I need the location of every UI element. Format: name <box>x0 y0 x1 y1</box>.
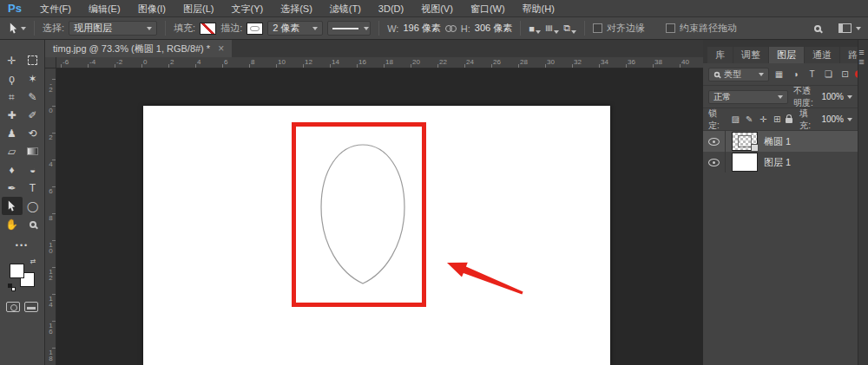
chevron-down-icon[interactable] <box>847 95 852 99</box>
blur-tool[interactable]: ♦ <box>2 160 23 179</box>
stroke-swatch[interactable] <box>247 23 263 35</box>
gradient-tool[interactable] <box>23 142 43 160</box>
move-tool[interactable]: ✛ <box>2 51 23 69</box>
menu-item[interactable]: 编辑(E) <box>80 0 129 17</box>
lock-all-icon[interactable] <box>786 118 792 123</box>
chevron-down-icon <box>759 73 764 76</box>
layer-name[interactable]: 图层 1 <box>764 156 791 169</box>
menu-item[interactable]: 文字(Y) <box>222 0 272 17</box>
menu-item[interactable]: 文件(F) <box>31 0 80 17</box>
lock-image-icon[interactable]: ✎ <box>744 114 754 124</box>
layer-thumbnail[interactable] <box>732 153 758 172</box>
current-tool-icon[interactable] <box>9 23 26 35</box>
eraser-tool[interactable]: ▱ <box>2 142 23 160</box>
fill-value[interactable]: 100% <box>821 114 844 124</box>
ruler-left[interactable]: -2024681012141618 <box>45 68 56 365</box>
panel-tab[interactable]: 调整 <box>733 47 768 63</box>
layer-row-ellipse-1[interactable]: 椭圆 1 <box>703 131 858 152</box>
visibility-cell[interactable] <box>703 131 726 152</box>
edit-toolbar-button[interactable]: ••• <box>0 241 44 250</box>
visibility-cell[interactable] <box>703 152 726 173</box>
panel-menu-icon[interactable]: ≡≡ <box>856 48 867 67</box>
history-brush-tool[interactable]: ⟲ <box>23 124 43 142</box>
filter-smart-objects-icon[interactable]: ⊡ <box>838 69 852 79</box>
tool-grid: ✛ϙ✶⌗✎✚✐♟⟲▱♦◒✒T◯✋ <box>0 40 44 233</box>
constrain-path-dragging-checkbox[interactable] <box>666 23 675 33</box>
pen-tool[interactable]: ✒ <box>2 179 23 197</box>
canvas[interactable] <box>143 106 610 365</box>
pasteboard[interactable] <box>56 68 703 365</box>
lock-artboard-icon[interactable]: ⊞ <box>772 114 782 124</box>
ruler-tick <box>303 64 304 68</box>
default-colors-icon[interactable] <box>8 284 16 291</box>
opacity-value[interactable]: 100% <box>821 92 844 101</box>
ruler-number: 8 <box>251 58 254 66</box>
blend-mode-dropdown[interactable]: 正常 <box>708 90 788 104</box>
filter-adjustment-layers-icon[interactable]: ◑ <box>789 69 802 79</box>
align-edges-checkbox[interactable] <box>593 23 602 33</box>
annotation-red-arrow <box>143 106 610 365</box>
ruler-tick <box>599 64 600 68</box>
layer-name[interactable]: 椭圆 1 <box>764 135 791 148</box>
menu-item[interactable]: 选择(S) <box>272 0 321 17</box>
marquee-tool[interactable] <box>23 51 43 69</box>
panel-tab[interactable]: 图层 <box>769 47 804 63</box>
layer-filter-type-dropdown[interactable]: 类型 <box>708 68 769 81</box>
menu-item[interactable]: 3D(D) <box>370 0 412 17</box>
clone-stamp-tool[interactable]: ♟ <box>2 124 23 142</box>
ruler-number: -4 <box>89 58 95 66</box>
filter-shape-layers-icon[interactable]: ❏ <box>822 69 835 79</box>
filter-type-layers-icon[interactable]: T <box>806 69 819 79</box>
workspace-icon[interactable] <box>838 23 852 33</box>
width-value[interactable]: 196 像素 <box>403 22 440 35</box>
hand-tool[interactable]: ✋ <box>2 215 23 233</box>
menu-item[interactable]: 图层(L) <box>174 0 222 17</box>
zoom-tool[interactable] <box>23 215 43 233</box>
path-operations-button[interactable]: ■ <box>529 23 541 34</box>
healing-brush-tool[interactable]: ✚ <box>2 106 23 124</box>
lasso-tool[interactable]: ϙ <box>2 69 23 88</box>
document-tab[interactable]: timg.jpg @ 73.3% (椭圆 1, RGB/8#) * × <box>45 40 232 57</box>
dodge-tool-icon: ◒ <box>30 164 36 176</box>
eyedropper-tool[interactable]: ✎ <box>23 88 43 106</box>
lock-label: 锁定: <box>708 108 727 132</box>
quick-mask-button[interactable] <box>6 302 20 312</box>
ruler-corner[interactable] <box>45 57 56 68</box>
magic-wand-tool[interactable]: ✶ <box>23 69 43 88</box>
screen-mode-button[interactable] <box>24 302 38 312</box>
menu-item[interactable]: 窗口(W) <box>462 0 514 17</box>
ruler-tick <box>437 64 438 68</box>
chevron-down-icon[interactable] <box>847 118 852 121</box>
select-mode-dropdown[interactable]: 现用图层 <box>69 21 157 36</box>
menu-item[interactable]: 滤镜(T) <box>321 0 370 17</box>
search-icon[interactable] <box>814 25 821 32</box>
path-arrangement-button[interactable]: ⧉ <box>563 23 576 34</box>
layer-thumbnail[interactable] <box>732 132 758 151</box>
foreground-color-swatch[interactable] <box>10 264 24 278</box>
workspace-caret-icon[interactable] <box>856 27 861 30</box>
height-value[interactable]: 306 像素 <box>475 22 512 35</box>
panel-tab[interactable]: 库 <box>707 47 733 63</box>
lock-position-icon[interactable]: ✛ <box>758 114 768 124</box>
close-icon[interactable]: × <box>218 43 224 54</box>
dodge-tool[interactable]: ◒ <box>23 160 43 179</box>
ellipse-tool[interactable]: ◯ <box>23 197 43 215</box>
path-selection-tool[interactable] <box>2 197 23 215</box>
path-alignment-button[interactable]: ≣ <box>545 23 559 34</box>
filter-pixel-layers-icon[interactable]: ▦ <box>773 69 786 79</box>
stroke-style-dropdown[interactable] <box>327 21 371 36</box>
brush-tool[interactable]: ✐ <box>23 106 43 124</box>
fill-swatch[interactable] <box>200 23 216 35</box>
menu-item[interactable]: 视图(V) <box>412 0 462 17</box>
swap-colors-icon[interactable]: ⇄ <box>30 257 36 265</box>
type-tool[interactable]: T <box>23 179 43 197</box>
lock-transparency-icon[interactable]: ▨ <box>730 114 740 124</box>
stroke-width-dropdown[interactable]: 2 像素 <box>267 21 323 36</box>
link-dimensions-icon[interactable] <box>445 25 457 32</box>
menu-item[interactable]: 图像(I) <box>129 0 174 17</box>
panel-tab[interactable]: 通道 <box>805 47 839 63</box>
menu-item[interactable]: 帮助(H) <box>514 0 563 17</box>
ruler-top[interactable]: -6-4-20246810121416182022242628303234363… <box>56 57 703 68</box>
crop-tool[interactable]: ⌗ <box>2 88 23 106</box>
layer-row-layer-1[interactable]: 图层 1 <box>703 152 858 173</box>
